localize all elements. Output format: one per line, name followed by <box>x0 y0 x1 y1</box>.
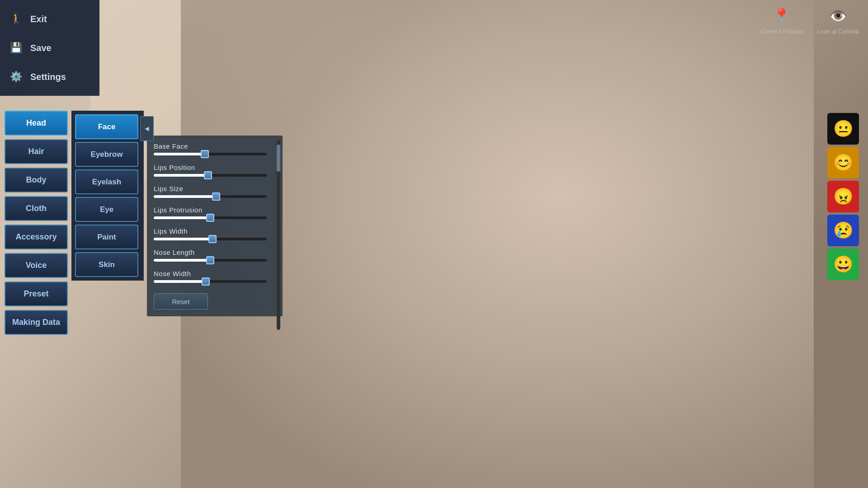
slider-fill <box>154 174 208 177</box>
sub-panel: FaceEyebrowEyelashEyePaintSkin <box>71 111 144 281</box>
camera-position-button[interactable]: 📍 Camera Position <box>760 5 803 35</box>
scrollbar-thumb[interactable] <box>277 145 280 172</box>
save-button[interactable]: 💾 Save <box>0 33 99 62</box>
sub-btn-paint[interactable]: Paint <box>75 225 138 249</box>
slider-track[interactable] <box>154 195 267 198</box>
look-at-camera-label: Look at Camera <box>817 28 859 35</box>
slider-fill <box>154 195 216 198</box>
expression-btn-blue[interactable]: 😢 <box>827 215 859 246</box>
settings-icon: ⚙️ <box>7 68 25 86</box>
collapse-arrow-icon: ◄ <box>143 125 151 133</box>
nav-btn-body[interactable]: Body <box>5 168 68 192</box>
slider-label-lips-width: Lips Width <box>154 227 276 235</box>
expression-btn-gold[interactable]: 😊 <box>827 147 859 178</box>
top-menu: 🚶 Exit 💾 Save ⚙️ Settings <box>0 0 99 96</box>
nav-column: HeadHairBodyClothAccessoryVoicePresetMak… <box>5 111 68 335</box>
sub-btn-face[interactable]: Face <box>75 114 138 139</box>
nav-btn-hair[interactable]: Hair <box>5 139 68 164</box>
slider-label-base-face: Base Face <box>154 142 276 150</box>
expression-btn-green[interactable]: 😀 <box>827 249 859 280</box>
slider-lips-size: Lips Size <box>154 185 276 198</box>
camera-position-icon: 📍 <box>770 5 793 27</box>
slider-fill <box>154 259 210 262</box>
camera-position-label: Camera Position <box>760 28 803 35</box>
nav-btn-accessory[interactable]: Accessory <box>5 225 68 249</box>
slider-fill <box>154 216 210 219</box>
exit-button[interactable]: 🚶 Exit <box>0 5 99 33</box>
look-at-camera-icon: 👁️ <box>827 5 849 27</box>
slider-base-face: Base Face <box>154 142 276 155</box>
slider-thumb[interactable] <box>201 150 209 158</box>
nav-btn-cloth[interactable]: Cloth <box>5 196 68 221</box>
exit-label: Exit <box>30 14 47 24</box>
nav-btn-head[interactable]: Head <box>5 111 68 136</box>
slider-track[interactable] <box>154 174 267 177</box>
slider-thumb[interactable] <box>206 214 214 222</box>
slider-lips-position: Lips Position <box>154 164 276 177</box>
slider-nose-width: Nose Width <box>154 270 276 283</box>
slider-track[interactable] <box>154 280 267 283</box>
reset-button[interactable]: Reset <box>154 293 208 310</box>
exit-icon: 🚶 <box>7 10 25 28</box>
sub-btn-eye[interactable]: Eye <box>75 197 138 222</box>
slider-thumb[interactable] <box>206 256 214 264</box>
slider-label-lips-protrusion: Lips Protrusion <box>154 206 276 214</box>
nav-btn-preset[interactable]: Preset <box>5 282 68 306</box>
slider-label-nose-length: Nose Length <box>154 249 276 256</box>
top-right-controls: 📍 Camera Position 👁️ Look at Camera <box>760 5 859 35</box>
nav-btn-voice[interactable]: Voice <box>5 253 68 278</box>
save-icon: 💾 <box>7 39 25 57</box>
save-label: Save <box>30 43 52 53</box>
nav-btn-making_data[interactable]: Making Data <box>5 310 68 335</box>
expression-panel: 😐😊😠😢😀 <box>827 113 859 280</box>
slider-fill <box>154 153 205 155</box>
settings-label: Settings <box>30 72 66 82</box>
slider-fill <box>154 280 206 283</box>
slider-nose-length: Nose Length <box>154 249 276 262</box>
slider-track[interactable] <box>154 153 267 155</box>
scrollbar[interactable] <box>277 140 280 330</box>
sub-btn-eyebrow[interactable]: Eyebrow <box>75 142 138 167</box>
slider-track[interactable] <box>154 238 267 240</box>
slider-track[interactable] <box>154 259 267 262</box>
expression-btn-red[interactable]: 😠 <box>827 181 859 212</box>
sliders-panel: Base FaceLips PositionLips SizeLips Prot… <box>147 136 283 316</box>
expression-btn-black[interactable]: 😐 <box>827 113 859 145</box>
slider-label-lips-position: Lips Position <box>154 164 276 171</box>
slider-thumb[interactable] <box>208 235 217 243</box>
look-at-camera-button[interactable]: 👁️ Look at Camera <box>817 5 859 35</box>
slider-lips-width: Lips Width <box>154 227 276 240</box>
sub-btn-skin[interactable]: Skin <box>75 252 138 277</box>
slider-label-lips-size: Lips Size <box>154 185 276 192</box>
slider-thumb[interactable] <box>204 171 212 179</box>
slider-lips-protrusion: Lips Protrusion <box>154 206 276 219</box>
slider-track[interactable] <box>154 216 267 219</box>
settings-button[interactable]: ⚙️ Settings <box>0 62 99 91</box>
slider-label-nose-width: Nose Width <box>154 270 276 277</box>
slider-thumb[interactable] <box>212 192 220 201</box>
slider-thumb[interactable] <box>202 277 210 286</box>
sub-btn-eyelash[interactable]: Eyelash <box>75 169 138 194</box>
collapse-arrow-button[interactable]: ◄ <box>140 116 154 141</box>
slider-fill <box>154 238 212 240</box>
